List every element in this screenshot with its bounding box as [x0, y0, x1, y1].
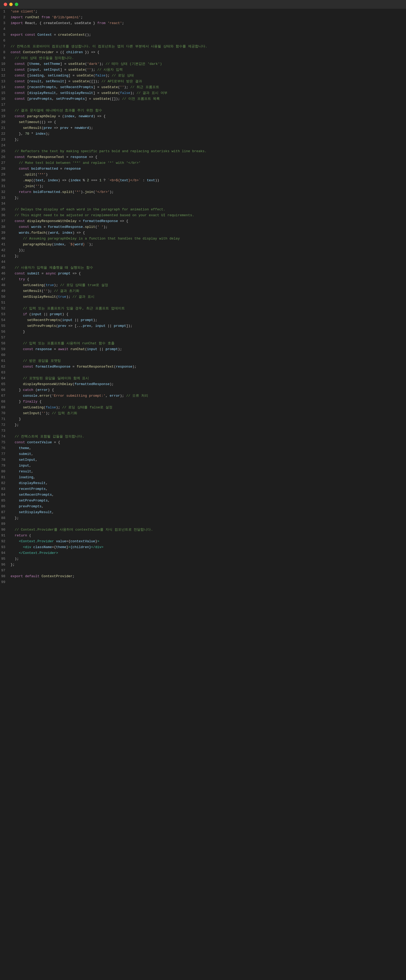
- line-content: };: [11, 562, 15, 568]
- line-content: setDisplayResult(true); // 결과 표시: [11, 294, 94, 300]
- line-content: const [theme, setTheme] = useState('dark…: [11, 61, 162, 67]
- line-content: const [loading, setLoading] = useState(f…: [11, 73, 134, 79]
- table-row: 76 theme,: [0, 445, 406, 451]
- line-number: 85: [0, 498, 11, 504]
- line-number: 30: [0, 178, 11, 183]
- table-row: 67 console.error('Error submitting promp…: [0, 393, 406, 399]
- table-row: 14 const [recentPrompts, setRecentPrompt…: [0, 84, 406, 90]
- table-row: 94 </Context.Provider>: [0, 550, 406, 556]
- table-row: 89: [0, 521, 406, 527]
- line-number: 79: [0, 463, 11, 469]
- table-row: 53 if (input || prompt) {: [0, 312, 406, 317]
- line-number: 43: [0, 253, 11, 259]
- line-content: };: [11, 137, 19, 143]
- table-row: 54 setRecentPrompts(input || prompt);: [0, 317, 406, 323]
- line-number: 19: [0, 113, 11, 119]
- table-row: 49 setResult(''); // 결과 초기화: [0, 288, 406, 294]
- table-row: 42 });: [0, 247, 406, 253]
- line-number: 27: [0, 160, 11, 166]
- table-row: 95 );: [0, 556, 406, 562]
- line-content: recentPrompts,: [11, 486, 48, 492]
- line-number: 84: [0, 492, 11, 498]
- line-content: const response = await runChat(input || …: [11, 347, 122, 352]
- line-number: 18: [0, 108, 11, 113]
- line-number: 91: [0, 533, 11, 539]
- table-row: 7// 컨텍스트 프로바이더 컴포넌트를 생성합니다. 이 컴포넌트는 앱의 다…: [0, 44, 406, 49]
- line-content: displayResult,: [11, 480, 48, 486]
- table-row: 90 // Context.Provider를 사용하여 contextValu…: [0, 527, 406, 533]
- line-number: 61: [0, 358, 11, 364]
- table-row: 98export default ContextProvider;: [0, 573, 406, 579]
- minimize-button[interactable]: [9, 3, 13, 6]
- line-number: 49: [0, 288, 11, 294]
- line-content: // 입력 또는 프롬프트를 사용하여 runChat 함수 호출: [11, 340, 114, 347]
- line-number: 89: [0, 521, 11, 527]
- line-number: 83: [0, 486, 11, 492]
- table-row: 30 .map((text, index) => (index % 2 === …: [0, 178, 406, 183]
- table-row: 32 return boldFormatted.split('*').join(…: [0, 189, 406, 195]
- code-editor: 1'use client';2import runChat from '@/li…: [0, 9, 406, 585]
- line-content: // 사용자가 입력을 제출했을 때 실행되는 함수: [11, 265, 93, 271]
- line-number: 99: [0, 579, 11, 585]
- line-number: 24: [0, 143, 11, 148]
- table-row: 6: [0, 38, 406, 44]
- line-number: 12: [0, 73, 11, 79]
- line-number: 10: [0, 61, 11, 67]
- line-content: const [result, setResult] = useState([])…: [11, 79, 142, 84]
- table-row: 70 setInput(''); // 입력 초기화: [0, 410, 406, 416]
- line-content: theme,: [11, 445, 31, 451]
- line-number: 35: [0, 207, 11, 213]
- line-number: 96: [0, 562, 11, 568]
- line-number: 54: [0, 317, 11, 323]
- line-number: 64: [0, 375, 11, 381]
- table-row: 80 result,: [0, 469, 406, 474]
- line-number: 81: [0, 474, 11, 480]
- table-row: 8const ContextProvider = ({ children }) …: [0, 49, 406, 55]
- line-number: 82: [0, 480, 11, 486]
- table-row: 19 const paragraphDelay = (index, newWor…: [0, 113, 406, 119]
- line-content: try {: [11, 277, 29, 282]
- line-content: // 입력 또는 프롬프트가 있을 경우, 최근 프롬프트 업데이트: [11, 305, 125, 312]
- line-number: 37: [0, 218, 11, 224]
- line-number: 32: [0, 189, 11, 195]
- line-content: } finally {: [11, 399, 41, 405]
- line-content: setLoading(true); // 로딩 상태를 true로 설정: [11, 282, 108, 288]
- table-row: 69 setLoading(false); // 로딩 상태를 false로 설…: [0, 405, 406, 410]
- table-row: 11 const [input, setInput] = useState(''…: [0, 67, 406, 73]
- line-number: 57: [0, 335, 11, 340]
- line-content: );: [11, 556, 19, 562]
- table-row: 15 const [displayResult, setDisplayResul…: [0, 90, 406, 96]
- maximize-button[interactable]: [15, 3, 18, 6]
- line-number: 5: [0, 32, 11, 38]
- line-number: 29: [0, 172, 11, 178]
- line-number: 46: [0, 271, 11, 277]
- line-number: 77: [0, 451, 11, 457]
- line-number: 42: [0, 247, 11, 253]
- line-content: }, 70 * index);: [11, 131, 50, 137]
- line-number: 16: [0, 96, 11, 102]
- line-number: 28: [0, 166, 11, 172]
- table-row: 12 const [loading, setLoading] = useStat…: [0, 73, 406, 79]
- table-row: 62 const formattedResponse = formatRespo…: [0, 364, 406, 370]
- table-row: 17: [0, 102, 406, 108]
- table-row: 86 prevPrompts,: [0, 504, 406, 509]
- line-number: 53: [0, 312, 11, 317]
- line-number: 36: [0, 213, 11, 218]
- line-number: 39: [0, 230, 11, 236]
- line-content: const [input, setInput] = useState(''); …: [11, 67, 123, 73]
- line-number: 41: [0, 242, 11, 247]
- table-row: 71 }: [0, 416, 406, 422]
- line-content: const displayResponseWithDelay = formatt…: [11, 218, 128, 224]
- table-row: 77 submit,: [0, 451, 406, 457]
- line-content: setPrevPrompts,: [11, 498, 50, 504]
- line-number: 31: [0, 183, 11, 189]
- table-row: 35 // Delays the display of each word in…: [0, 207, 406, 213]
- line-number: 1: [0, 9, 11, 14]
- close-button[interactable]: [4, 3, 7, 6]
- line-content: // Delays the display of each word in th…: [11, 207, 165, 213]
- table-row: 93 <div className={theme}>{children}</di…: [0, 544, 406, 550]
- line-content: };: [11, 253, 19, 259]
- table-row: 56 }: [0, 329, 406, 335]
- line-content: const submit = async prompt => {: [11, 271, 81, 277]
- table-row: 45 // 사용자가 입력을 제출했을 때 실행되는 함수: [0, 265, 406, 271]
